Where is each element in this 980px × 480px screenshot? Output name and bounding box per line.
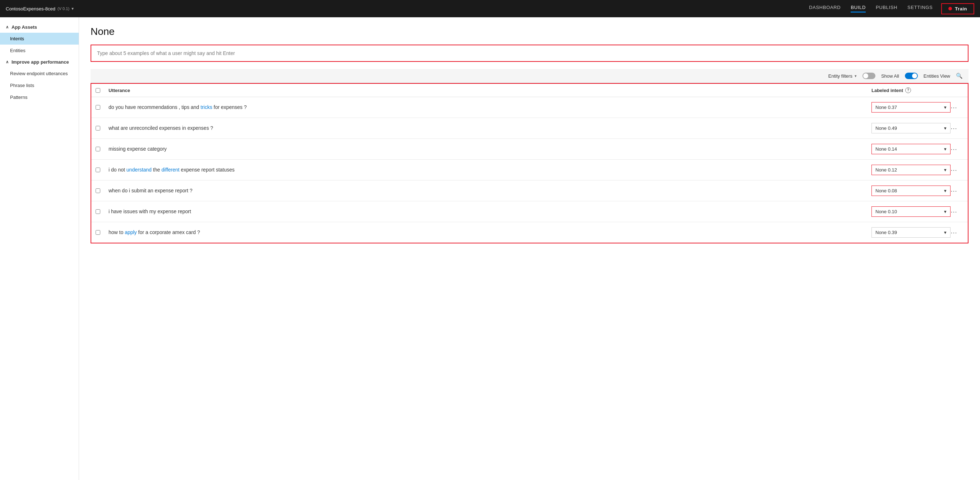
dropdown-chevron-icon: ▾: [944, 105, 947, 110]
table-row: i do not understand the different expens…: [91, 159, 968, 180]
nav-settings[interactable]: SETTINGS: [907, 5, 932, 13]
page-title: None: [91, 26, 969, 37]
intent-dropdown-3[interactable]: None 0.14 ▾: [872, 144, 951, 154]
intent-dropdown-4[interactable]: None 0.12 ▾: [872, 165, 951, 175]
show-all-label: Show All: [881, 73, 899, 79]
row3-more-actions[interactable]: ⋯: [951, 145, 964, 153]
sidebar-section-app-assets[interactable]: ∧ App Assets: [0, 22, 79, 33]
dropdown-chevron-icon: ▾: [944, 126, 947, 131]
row3-checkbox[interactable]: [95, 147, 100, 151]
dropdown-chevron-icon: ▾: [944, 188, 947, 193]
show-all-toggle[interactable]: [862, 73, 875, 79]
nav-publish[interactable]: PUBLISH: [876, 5, 897, 13]
app-chevron-icon[interactable]: ▾: [72, 6, 74, 11]
row5-checkbox[interactable]: [95, 188, 100, 193]
search-icon[interactable]: 🔍: [956, 73, 963, 79]
entities-view-label: Entities View: [924, 73, 950, 79]
filters-bar: Entity filters ▾ Show All Entities View …: [91, 69, 969, 83]
utterances-table: Utterance Labeled intent ? do you have r…: [91, 83, 969, 243]
app-version: (V 0.1): [57, 6, 69, 11]
section2-chevron-icon: ∧: [6, 60, 9, 64]
row5-more-actions[interactable]: ⋯: [951, 187, 964, 195]
table-row: what are unreconciled expenses in expens…: [91, 118, 968, 139]
section-chevron-icon: ∧: [6, 25, 9, 29]
sidebar-item-review[interactable]: Review endpoint utterances: [0, 68, 79, 80]
table-row: missing expense category None 0.14 ▾ ⋯: [91, 139, 968, 159]
sidebar: ∧ App Assets Intents Entities ∧ Improve …: [0, 17, 79, 480]
row1-more-actions[interactable]: ⋯: [951, 104, 964, 112]
table-row: i have issues with my expense report Non…: [91, 201, 968, 222]
sidebar-item-entities[interactable]: Entities: [0, 45, 79, 56]
app-title: ContosoExpenses-8ced (V 0.1) ▾: [6, 6, 74, 11]
utterance-text: how to apply for a corporate amex card ?: [108, 229, 872, 236]
row4-checkbox[interactable]: [95, 167, 100, 172]
select-all-input[interactable]: [95, 88, 100, 93]
row2-checkbox[interactable]: [95, 126, 100, 131]
row6-more-actions[interactable]: ⋯: [951, 208, 964, 216]
utterance-text: missing expense category: [108, 146, 872, 153]
dropdown-chevron-icon: ▾: [944, 167, 947, 172]
row6-checkbox[interactable]: [95, 209, 100, 214]
intent-dropdown-6[interactable]: None 0.10 ▾: [872, 206, 951, 217]
dropdown-chevron-icon: ▾: [944, 146, 947, 152]
row1-checkbox[interactable]: [95, 105, 100, 110]
intent-dropdown-1[interactable]: None 0.37 ▾: [872, 102, 951, 113]
entity-filters[interactable]: Entity filters ▾: [828, 73, 857, 79]
sidebar-item-phrase-lists[interactable]: Phrase lists: [0, 80, 79, 91]
intent-dropdown-5[interactable]: None 0.08 ▾: [872, 185, 951, 196]
entity-filters-chevron-icon: ▾: [854, 74, 857, 78]
entities-view-toggle[interactable]: [905, 73, 918, 79]
table-row: how to apply for a corporate amex card ?…: [91, 222, 968, 243]
col-utterance-header: Utterance: [108, 88, 872, 93]
utterance-text: when do i submit an expense report ?: [108, 187, 872, 195]
row4-more-actions[interactable]: ⋯: [951, 166, 964, 174]
nav-build[interactable]: BUILD: [851, 5, 866, 13]
table-row: do you have recommendations , tips and t…: [91, 97, 968, 118]
table-header: Utterance Labeled intent ?: [91, 84, 968, 97]
row2-more-actions[interactable]: ⋯: [951, 124, 964, 132]
table-row: when do i submit an expense report ? Non…: [91, 180, 968, 201]
intent-dropdown-7[interactable]: None 0.39 ▾: [872, 227, 951, 238]
sidebar-item-patterns[interactable]: Patterns: [0, 91, 79, 103]
train-button[interactable]: Train: [941, 3, 974, 14]
nav-dashboard[interactable]: DASHBOARD: [809, 5, 840, 13]
select-all-checkbox[interactable]: [95, 88, 108, 93]
sidebar-item-intents[interactable]: Intents: [0, 33, 79, 45]
sidebar-section-improve[interactable]: ∧ Improve app performance: [0, 56, 79, 68]
nav-links: DASHBOARD BUILD PUBLISH SETTINGS: [809, 5, 932, 13]
app-name: ContosoExpenses-8ced: [6, 6, 55, 11]
utterance-text: what are unreconciled expenses in expens…: [108, 125, 872, 132]
row7-more-actions[interactable]: ⋯: [951, 229, 964, 237]
top-nav: ContosoExpenses-8ced (V 0.1) ▾ DASHBOARD…: [0, 0, 980, 17]
utterance-input[interactable]: [91, 45, 968, 61]
content-area: None Entity filters ▾ Show All Entities …: [79, 17, 980, 480]
row7-checkbox[interactable]: [95, 230, 100, 235]
utterance-text: do you have recommendations , tips and t…: [108, 104, 872, 111]
utterance-input-wrap: [91, 45, 969, 62]
intent-help-icon: ?: [905, 88, 911, 93]
intent-dropdown-2[interactable]: None 0.49 ▾: [872, 123, 951, 133]
utterance-text: i have issues with my expense report: [108, 208, 872, 215]
train-dot-icon: [948, 7, 952, 10]
dropdown-chevron-icon: ▾: [944, 230, 947, 235]
col-intent-header: Labeled intent ?: [872, 88, 951, 93]
main-layout: ∧ App Assets Intents Entities ∧ Improve …: [0, 17, 980, 480]
utterance-text: i do not understand the different expens…: [108, 166, 872, 174]
dropdown-chevron-icon: ▾: [944, 209, 947, 214]
